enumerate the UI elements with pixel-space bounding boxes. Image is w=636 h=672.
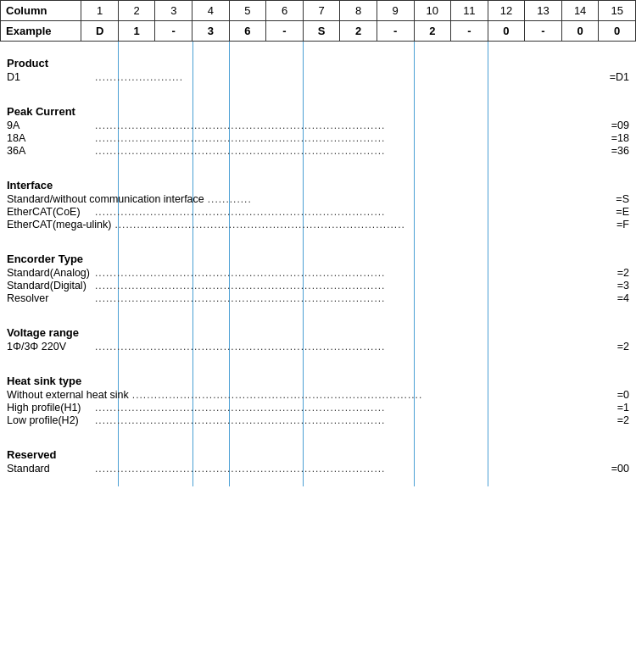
- section-encoder-title: Encorder Type: [7, 253, 629, 265]
- encoder-dots-resolver: ........................................…: [95, 292, 614, 304]
- encoder-dots-analog: ........................................…: [95, 267, 614, 279]
- example-3: -: [155, 21, 192, 42]
- example-10: 2: [414, 21, 451, 42]
- section-voltage-title: Voltage range: [7, 326, 629, 339]
- col-8: 8: [340, 1, 377, 21]
- product-row-d1: D1 ........................ =D1: [7, 71, 629, 83]
- content-area: Product D1 ........................ =D1 …: [0, 42, 636, 486]
- example-1: D: [81, 21, 119, 42]
- example-2: 1: [118, 21, 155, 42]
- product-dots-d1: ........................: [95, 71, 606, 83]
- col-15: 15: [599, 1, 636, 21]
- interface-value-ethercat-coe: =E: [616, 206, 629, 218]
- heat-sink-value-high: =1: [617, 402, 629, 414]
- section-interface: Interface Standard/without communication…: [0, 179, 636, 230]
- encoder-row-analog: Standard(Analog) .......................…: [7, 267, 629, 279]
- reserved-row-standard: Standard ...............................…: [7, 463, 629, 475]
- col-5: 5: [229, 1, 266, 21]
- section-peak-current: Peak Current 9A ........................…: [0, 105, 636, 157]
- peak-current-dots-9a: ........................................…: [95, 119, 608, 131]
- col-14: 14: [561, 1, 599, 21]
- example-7: S: [303, 21, 340, 42]
- col-12: 12: [488, 1, 525, 21]
- peak-current-label-9a: 9A: [7, 119, 92, 131]
- column-header-label: Column: [1, 1, 81, 21]
- reserved-label-standard: Standard: [7, 463, 92, 475]
- col-4: 4: [192, 1, 230, 21]
- encoder-label-analog: Standard(Analog): [7, 267, 92, 279]
- peak-current-row-9a: 9A .....................................…: [7, 119, 629, 131]
- section-heat-sink: Heat sink type Without external heat sin…: [0, 375, 636, 426]
- voltage-dots-220v: ........................................…: [95, 341, 614, 353]
- heat-sink-label-high: High profile(H1): [7, 402, 92, 414]
- peak-current-row-36a: 36A ....................................…: [7, 145, 629, 157]
- encoder-value-digital: =3: [617, 280, 629, 292]
- encoder-label-digital: Standard(Digital): [7, 280, 92, 292]
- interface-label-ethercat-coe: EtherCAT(CoE): [7, 206, 92, 218]
- peak-current-value-9a: =09: [611, 119, 629, 131]
- encoder-value-resolver: =4: [617, 292, 629, 304]
- col-2: 2: [118, 1, 155, 21]
- heat-sink-value-without: =0: [617, 389, 629, 401]
- encoder-row-resolver: Resolver ...............................…: [7, 292, 629, 304]
- reserved-dots-standard: ........................................…: [95, 463, 608, 475]
- example-5: 6: [229, 21, 266, 42]
- heat-sink-label-without: Without external heat sink: [7, 389, 129, 401]
- interface-label-standard: Standard/without communication interface: [7, 193, 204, 205]
- peak-current-label-36a: 36A: [7, 145, 92, 157]
- interface-row-standard: Standard/without communication interface…: [7, 193, 629, 205]
- voltage-row-220v: 1Φ/3Φ 220V .............................…: [7, 341, 629, 353]
- example-4: 3: [192, 21, 230, 42]
- section-heat-sink-title: Heat sink type: [7, 375, 629, 387]
- col-1: 1: [81, 1, 119, 21]
- interface-dots-ethercat-coe: ........................................…: [95, 206, 612, 218]
- heat-sink-row-high: High profile(H1) .......................…: [7, 402, 629, 414]
- product-label-d1: D1: [7, 71, 92, 83]
- example-6: -: [266, 21, 304, 42]
- col-10: 10: [414, 1, 451, 21]
- heat-sink-value-low: =2: [617, 414, 629, 426]
- encoder-label-resolver: Resolver: [7, 292, 92, 304]
- voltage-value-220v: =2: [617, 341, 629, 353]
- encoder-row-digital: Standard(Digital) ......................…: [7, 280, 629, 292]
- interface-dots-ethercat-mega: ........................................…: [114, 219, 613, 230]
- col-13: 13: [525, 1, 562, 21]
- interface-value-standard: =S: [616, 193, 629, 205]
- heat-sink-dots-low: ........................................…: [95, 414, 614, 426]
- col-9: 9: [377, 1, 414, 21]
- col-3: 3: [155, 1, 192, 21]
- section-peak-current-title: Peak Current: [7, 105, 629, 118]
- interface-label-ethercat-mega: EtherCAT(mega-ulink): [7, 219, 111, 230]
- heat-sink-row-low: Low profile(H2) ........................…: [7, 414, 629, 426]
- interface-dots-standard: ............: [208, 193, 613, 205]
- encoder-value-analog: =2: [617, 267, 629, 279]
- peak-current-label-18a: 18A: [7, 132, 92, 144]
- heat-sink-dots-high: ........................................…: [95, 402, 614, 414]
- heat-sink-label-low: Low profile(H2): [7, 414, 92, 426]
- example-15: 0: [599, 21, 636, 42]
- main-container: Column 1 2 3 4 5 6 7 8 9 10 11 12 13 14 …: [0, 0, 636, 486]
- product-value-d1: =D1: [610, 71, 629, 83]
- section-product-title: Product: [7, 57, 629, 69]
- example-14: 0: [561, 21, 599, 42]
- example-8: 2: [340, 21, 377, 42]
- example-13: -: [525, 21, 562, 42]
- col-11: 11: [451, 1, 488, 21]
- peak-current-row-18a: 18A ....................................…: [7, 132, 629, 144]
- section-encoder-type: Encorder Type Standard(Analog) .........…: [0, 253, 636, 304]
- reserved-value-standard: =00: [611, 463, 629, 475]
- example-header-label: Example: [1, 21, 81, 42]
- interface-row-ethercat-coe: EtherCAT(CoE) ..........................…: [7, 206, 629, 218]
- interface-value-ethercat-mega: =F: [616, 219, 629, 230]
- col-7: 7: [303, 1, 340, 21]
- heat-sink-row-without: Without external heat sink .............…: [7, 389, 629, 401]
- section-reserved-title: Reserved: [7, 448, 629, 461]
- col-6: 6: [266, 1, 304, 21]
- section-product: Product D1 ........................ =D1: [0, 57, 636, 83]
- example-11: -: [451, 21, 488, 42]
- peak-current-dots-36a: ........................................…: [95, 145, 608, 157]
- header-table: Column 1 2 3 4 5 6 7 8 9 10 11 12 13 14 …: [0, 0, 636, 42]
- section-reserved: Reserved Standard ......................…: [0, 448, 636, 475]
- section-voltage-range: Voltage range 1Φ/3Φ 220V ...............…: [0, 326, 636, 353]
- example-9: -: [377, 21, 414, 42]
